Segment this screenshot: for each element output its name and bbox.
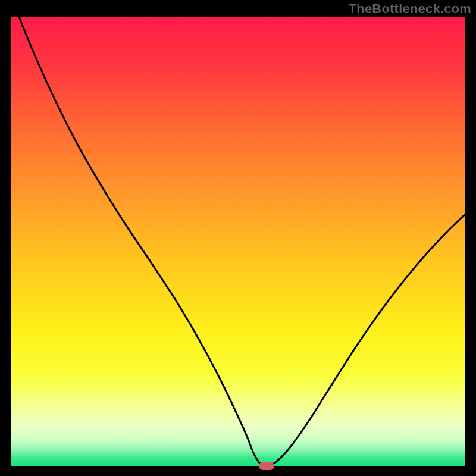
gradient-background [11, 17, 465, 466]
chart-frame: TheBottleneck.com [0, 0, 476, 476]
chart-plot-area [11, 17, 465, 466]
watermark-text: TheBottleneck.com [349, 1, 471, 17]
minimum-marker [259, 462, 274, 470]
